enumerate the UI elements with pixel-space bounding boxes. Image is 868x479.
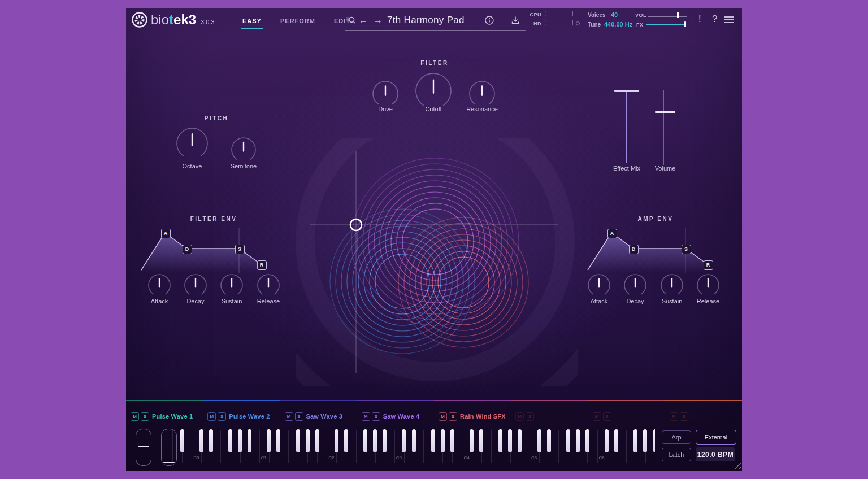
volume-handle[interactable] [655, 111, 675, 113]
white-key[interactable] [269, 430, 270, 463]
white-key[interactable] [394, 430, 395, 463]
white-key[interactable] [617, 430, 617, 463]
white-key[interactable] [462, 430, 462, 463]
track-solo-button[interactable]: S [680, 412, 688, 421]
white-key[interactable] [423, 430, 424, 463]
preset-download-icon[interactable] [511, 16, 520, 27]
track-solo-button[interactable]: S [295, 412, 303, 421]
white-key[interactable] [259, 430, 260, 463]
white-key[interactable] [568, 430, 568, 463]
white-key[interactable] [491, 430, 492, 463]
white-key[interactable] [211, 430, 211, 463]
vol-slider-handle[interactable] [677, 12, 679, 18]
preset-name[interactable]: 7th Harmony Pad [387, 15, 465, 26]
track-name[interactable]: Saw Wave 4 [383, 413, 420, 420]
knob-attack[interactable] [146, 272, 173, 301]
white-key[interactable] [626, 430, 627, 463]
track-name[interactable]: Pulse Wave 2 [229, 413, 270, 420]
white-key[interactable] [442, 430, 443, 463]
track-mute-button[interactable]: M [207, 412, 216, 421]
help-icon[interactable]: ? [712, 14, 717, 25]
knob-release[interactable] [255, 272, 282, 301]
white-key[interactable] [558, 430, 559, 463]
voices-value[interactable]: 40 [611, 11, 618, 18]
white-key[interactable] [279, 430, 279, 463]
white-key[interactable] [192, 430, 192, 463]
white-key[interactable] [375, 430, 376, 463]
white-key[interactable] [539, 430, 540, 463]
white-key[interactable] [336, 430, 337, 463]
white-key[interactable] [182, 430, 183, 463]
white-key[interactable] [520, 430, 520, 463]
piano-keyboard[interactable]: C0C1C2C3C4C5C6 [172, 428, 655, 465]
effect-mix-handle[interactable] [614, 90, 639, 92]
fx-slider-handle[interactable] [684, 21, 686, 27]
white-key[interactable] [240, 430, 241, 463]
white-key[interactable] [385, 430, 385, 463]
bpm-display[interactable]: 120.0 BPM [696, 447, 735, 461]
knob-sustain[interactable] [658, 272, 685, 301]
white-key[interactable] [452, 430, 453, 463]
knob-attack[interactable] [585, 272, 613, 301]
knob-decay[interactable] [182, 272, 209, 301]
env-node-a[interactable]: A [161, 229, 171, 238]
white-key[interactable] [433, 430, 433, 463]
track-mute-button[interactable]: M [362, 412, 370, 421]
white-key[interactable] [510, 430, 511, 463]
white-key[interactable] [317, 430, 318, 463]
track-mute-button[interactable]: M [593, 412, 601, 421]
fx-slider[interactable] [646, 24, 686, 25]
track-solo-button[interactable]: S [449, 412, 457, 421]
white-key[interactable] [298, 430, 298, 463]
env-node-d[interactable]: D [629, 245, 639, 254]
white-key[interactable] [250, 430, 250, 463]
alert-icon[interactable]: ! [698, 14, 701, 25]
volume-slider[interactable] [663, 90, 667, 165]
knob-release[interactable] [695, 272, 722, 301]
white-key[interactable] [201, 430, 202, 463]
track-name[interactable]: Rain Wind SFX [460, 413, 506, 420]
track-mute-button[interactable]: M [131, 412, 139, 421]
track-solo-button[interactable]: S [603, 412, 611, 421]
track-mute-button[interactable]: M [670, 412, 678, 421]
preset-search-icon[interactable] [345, 15, 355, 28]
track-mute-button[interactable]: M [515, 412, 524, 421]
vol-slider[interactable] [648, 14, 687, 17]
track-mute-button[interactable]: M [285, 412, 293, 421]
white-key[interactable] [288, 430, 289, 463]
knob-octave[interactable] [174, 125, 210, 164]
white-key[interactable] [645, 430, 646, 463]
arp-button[interactable]: Arp [662, 430, 691, 444]
white-key[interactable] [636, 430, 636, 463]
white-key[interactable] [327, 430, 327, 463]
preset-info-icon[interactable] [485, 16, 494, 27]
env-node-r[interactable]: R [257, 260, 267, 270]
white-key[interactable] [530, 430, 530, 463]
track-solo-button[interactable]: S [141, 412, 149, 421]
logo-gear-icon[interactable] [130, 10, 149, 32]
white-key[interactable] [356, 430, 357, 463]
knob-sustain[interactable] [218, 272, 245, 301]
tune-value[interactable]: 440.00 Hz [604, 21, 632, 28]
track-solo-button[interactable]: S [218, 412, 226, 421]
white-key[interactable] [501, 430, 501, 463]
env-node-a[interactable]: A [607, 229, 617, 238]
white-key[interactable] [549, 430, 549, 463]
preset-next-icon[interactable]: → [374, 15, 383, 25]
knob-semitone[interactable] [229, 135, 258, 167]
white-key[interactable] [366, 430, 366, 463]
preset-prev-icon[interactable]: ← [359, 15, 368, 25]
env-node-d[interactable]: D [183, 245, 192, 254]
tab-easy[interactable]: EASY [242, 18, 262, 24]
pitch-wheel[interactable] [136, 429, 151, 466]
env-node-s[interactable]: S [235, 245, 245, 254]
white-key[interactable] [220, 430, 221, 463]
track-solo-button[interactable]: S [526, 412, 534, 421]
env-node-s[interactable]: S [682, 245, 691, 254]
tab-perform[interactable]: PERFORM [280, 18, 315, 24]
effect-mix-slider[interactable] [626, 90, 627, 163]
white-key[interactable] [404, 430, 405, 463]
white-key[interactable] [578, 430, 578, 463]
track-solo-button[interactable]: S [372, 412, 380, 421]
white-key[interactable] [597, 430, 598, 463]
